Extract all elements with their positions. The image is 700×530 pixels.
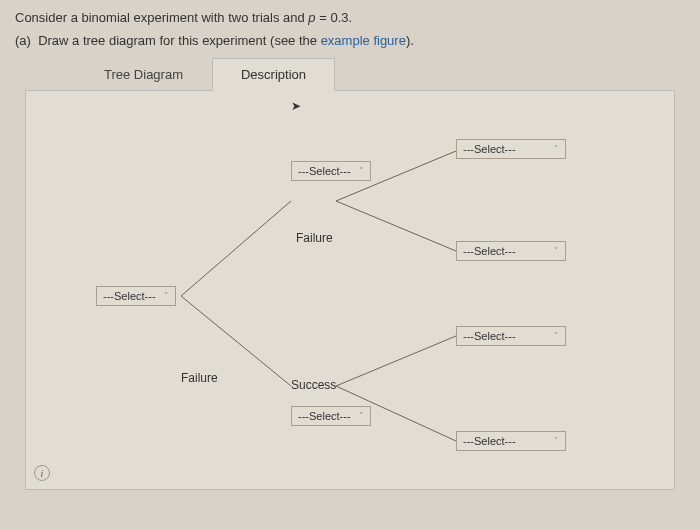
upper-branch-text: ---Select---	[298, 165, 351, 177]
problem-prompt: Consider a binomial experiment with two …	[15, 10, 685, 25]
tab-bar: Tree Diagram Description	[75, 58, 685, 91]
prompt-eq: = 0.3.	[316, 10, 353, 25]
outcome-4-text: ---Select---	[463, 435, 516, 447]
failure-label-2: Failure	[181, 371, 218, 385]
success-label: Success	[291, 378, 336, 392]
lower-branch-select[interactable]: ---Select--- ˅	[291, 406, 371, 426]
part-a-after: ).	[406, 33, 414, 48]
help-icon[interactable]: i	[34, 465, 50, 481]
root-select[interactable]: ---Select--- ˅	[96, 286, 176, 306]
lower-branch-text: ---Select---	[298, 410, 351, 422]
failure-label-1: Failure	[296, 231, 333, 245]
chevron-down-icon: ˅	[554, 246, 559, 256]
svg-line-0	[181, 201, 291, 296]
root-select-text: ---Select---	[103, 290, 156, 302]
part-a: (a) Draw a tree diagram for this experim…	[15, 33, 685, 48]
chevron-down-icon: ˅	[554, 331, 559, 341]
tab-tree-diagram[interactable]: Tree Diagram	[75, 58, 212, 91]
outcome-3-select[interactable]: ---Select--- ˅	[456, 326, 566, 346]
prompt-var: p	[308, 10, 315, 25]
tree-diagram-panel: ➤ ---Select--- ˅ ---Select--- ˅ Failure …	[25, 90, 675, 490]
prompt-prefix: Consider a binomial experiment with two …	[15, 10, 308, 25]
svg-line-4	[336, 336, 456, 386]
outcome-2-select[interactable]: ---Select--- ˅	[456, 241, 566, 261]
outcome-1-select[interactable]: ---Select--- ˅	[456, 139, 566, 159]
outcome-3-text: ---Select---	[463, 330, 516, 342]
outcome-1-text: ---Select---	[463, 143, 516, 155]
example-figure-link[interactable]: example figure	[321, 33, 406, 48]
tab-description[interactable]: Description	[212, 58, 335, 91]
chevron-down-icon: ˅	[164, 291, 169, 301]
part-a-text: Draw a tree diagram for this experiment …	[38, 33, 321, 48]
cursor-icon: ➤	[291, 99, 301, 113]
chevron-down-icon: ˅	[359, 166, 364, 176]
chevron-down-icon: ˅	[554, 144, 559, 154]
outcome-4-select[interactable]: ---Select--- ˅	[456, 431, 566, 451]
chevron-down-icon: ˅	[359, 411, 364, 421]
outcome-2-text: ---Select---	[463, 245, 516, 257]
part-a-label: (a)	[15, 33, 31, 48]
chevron-down-icon: ˅	[554, 436, 559, 446]
svg-line-3	[336, 201, 456, 251]
upper-branch-select[interactable]: ---Select--- ˅	[291, 161, 371, 181]
